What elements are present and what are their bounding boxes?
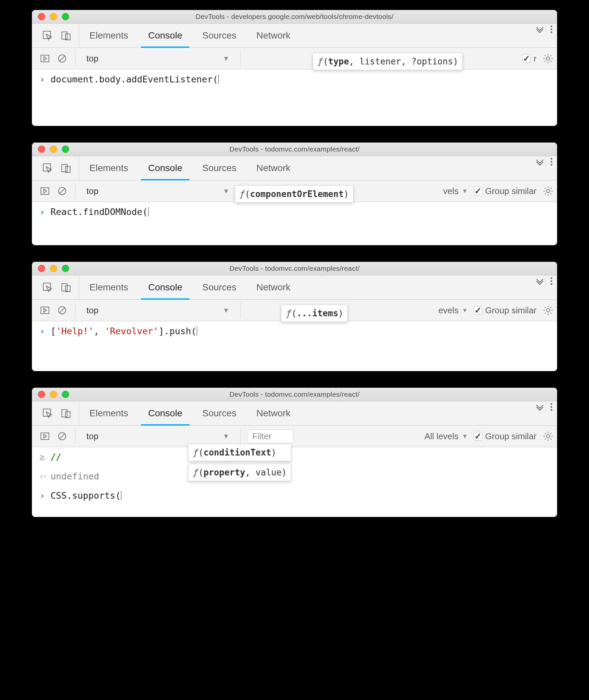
tabs-overflow-button[interactable] bbox=[534, 275, 546, 287]
green-dot-icon[interactable] bbox=[62, 13, 69, 20]
tab-sources[interactable]: Sources bbox=[192, 401, 246, 425]
console-input[interactable]: ['Help!', 'Revolver'].push( bbox=[50, 325, 197, 338]
execution-context-select[interactable]: top▼ bbox=[83, 429, 233, 443]
traffic-lights[interactable] bbox=[38, 265, 69, 272]
tab-network[interactable]: Network bbox=[246, 275, 301, 299]
clear-console-button[interactable] bbox=[56, 53, 68, 64]
prompt-icon: › bbox=[38, 205, 46, 219]
devtools-menu-button[interactable] bbox=[546, 24, 557, 35]
log-levels-select[interactable]: vels▼ bbox=[443, 186, 468, 196]
device-toggle-button[interactable] bbox=[60, 408, 72, 419]
svg-point-13 bbox=[551, 161, 552, 162]
tab-console[interactable]: Console bbox=[138, 401, 192, 425]
signature-tooltip: ƒ(property, value) bbox=[188, 464, 291, 481]
svg-rect-10 bbox=[62, 164, 67, 172]
console-input[interactable]: CSS.supports( bbox=[50, 489, 121, 502]
toggle-console-drawer-button[interactable] bbox=[39, 430, 50, 442]
red-dot-icon[interactable] bbox=[38, 265, 45, 272]
result-prompt-icon: ‹· bbox=[38, 470, 46, 483]
console-body[interactable]: ≥//‹·undefined›CSS.supports(ƒ(conditionT… bbox=[32, 447, 557, 517]
tab-sources[interactable]: Sources bbox=[192, 156, 246, 180]
clear-console-button[interactable] bbox=[56, 305, 68, 316]
yellow-dot-icon[interactable] bbox=[50, 391, 57, 398]
devtools-menu-button[interactable] bbox=[546, 156, 557, 167]
tabs-overflow-button[interactable] bbox=[534, 24, 546, 35]
tab-sources[interactable]: Sources bbox=[192, 275, 246, 299]
execution-context-select[interactable]: top▼ bbox=[83, 52, 233, 65]
svg-rect-24 bbox=[41, 307, 49, 314]
green-dot-icon[interactable] bbox=[62, 265, 69, 272]
group-similar-toggle[interactable]: ✓Group similar bbox=[474, 186, 537, 196]
tab-console[interactable]: Console bbox=[138, 24, 192, 47]
svg-point-22 bbox=[551, 280, 552, 282]
yellow-dot-icon[interactable] bbox=[50, 145, 57, 153]
log-levels-select[interactable]: evels▼ bbox=[438, 305, 468, 316]
tab-console[interactable]: Console bbox=[138, 275, 192, 299]
tab-elements[interactable]: Elements bbox=[79, 401, 138, 425]
caret-icon bbox=[218, 74, 219, 84]
tab-elements[interactable]: Elements bbox=[79, 275, 138, 299]
console-input[interactable]: React.findDOMNode( bbox=[50, 205, 149, 219]
toggle-console-drawer-button[interactable] bbox=[39, 305, 50, 316]
console-settings-button[interactable] bbox=[543, 186, 554, 197]
select-element-button[interactable] bbox=[42, 408, 53, 419]
device-toggle-button[interactable] bbox=[60, 282, 72, 293]
tab-console[interactable]: Console bbox=[138, 156, 192, 180]
tab-elements[interactable]: Elements bbox=[79, 156, 138, 180]
select-element-button[interactable] bbox=[42, 30, 53, 41]
toggle-console-drawer-button[interactable] bbox=[39, 53, 50, 64]
tabs-overflow-button[interactable] bbox=[534, 401, 546, 413]
console-settings-button[interactable] bbox=[543, 430, 554, 442]
devtools-menu-button[interactable] bbox=[546, 275, 557, 287]
tab-network[interactable]: Network bbox=[246, 156, 301, 180]
clear-console-button[interactable] bbox=[56, 186, 68, 197]
tab-network[interactable]: Network bbox=[246, 24, 301, 47]
green-dot-icon[interactable] bbox=[62, 145, 69, 153]
console-settings-button[interactable] bbox=[543, 305, 554, 316]
console-settings-button[interactable] bbox=[543, 53, 554, 64]
red-dot-icon[interactable] bbox=[38, 13, 45, 20]
log-levels-select[interactable]: All levels▼ bbox=[424, 431, 468, 441]
devtools-menu-button[interactable] bbox=[546, 401, 557, 413]
console-input[interactable]: document.body.addEventListener( bbox=[50, 73, 219, 86]
red-dot-icon[interactable] bbox=[38, 391, 45, 398]
console-body[interactable]: ›document.body.addEventListener(ƒ(type, … bbox=[32, 69, 557, 126]
devtools-window: DevTools - todomvc.com/examples/react/El… bbox=[32, 142, 557, 245]
chevron-down-icon: ▼ bbox=[462, 307, 468, 314]
tab-network[interactable]: Network bbox=[246, 401, 301, 425]
traffic-lights[interactable] bbox=[38, 145, 69, 153]
checkbox-icon[interactable]: ✓ bbox=[474, 187, 482, 195]
group-similar-toggle[interactable]: ✓Group similar bbox=[474, 431, 537, 441]
console-toolbar: top▼✓r bbox=[32, 48, 557, 69]
chevron-down-icon: ▼ bbox=[223, 55, 229, 62]
tabs-overflow-button[interactable] bbox=[534, 156, 546, 167]
select-element-button[interactable] bbox=[42, 162, 53, 174]
svg-point-8 bbox=[547, 57, 550, 60]
signature-tooltip: ƒ(type, listener, ?options) bbox=[313, 53, 463, 70]
red-dot-icon[interactable] bbox=[38, 145, 45, 153]
console-body[interactable]: ›React.findDOMNode(ƒ(componentOrElement) bbox=[32, 202, 557, 245]
tabs-row: ElementsConsoleSourcesNetwork bbox=[32, 156, 557, 181]
yellow-dot-icon[interactable] bbox=[50, 13, 57, 20]
select-element-button[interactable] bbox=[42, 282, 53, 293]
console-body[interactable]: ›['Help!', 'Revolver'].push(ƒ(...items) bbox=[32, 321, 557, 371]
traffic-lights[interactable] bbox=[38, 13, 69, 20]
tabs-row: ElementsConsoleSourcesNetwork bbox=[32, 24, 557, 48]
yellow-dot-icon[interactable] bbox=[50, 265, 57, 272]
clear-console-button[interactable] bbox=[56, 430, 68, 442]
group-similar-toggle[interactable]: ✓Group similar bbox=[474, 305, 537, 316]
tab-elements[interactable]: Elements bbox=[79, 24, 138, 47]
traffic-lights[interactable] bbox=[38, 391, 69, 398]
toggle-console-drawer-button[interactable] bbox=[39, 186, 50, 197]
green-dot-icon[interactable] bbox=[62, 391, 69, 398]
tab-sources[interactable]: Sources bbox=[192, 24, 246, 47]
device-toggle-button[interactable] bbox=[60, 162, 72, 174]
execution-context-select[interactable]: top▼ bbox=[83, 304, 233, 317]
group-similar-toggle[interactable]: ✓r bbox=[522, 53, 537, 64]
device-toggle-button[interactable] bbox=[60, 30, 72, 41]
filter-input[interactable]: Filter bbox=[248, 429, 293, 443]
checkbox-icon[interactable]: ✓ bbox=[474, 306, 482, 315]
checkbox-icon[interactable]: ✓ bbox=[474, 432, 482, 440]
execution-context-select[interactable]: top▼ bbox=[83, 185, 233, 198]
checkbox-icon[interactable]: ✓ bbox=[522, 54, 531, 63]
